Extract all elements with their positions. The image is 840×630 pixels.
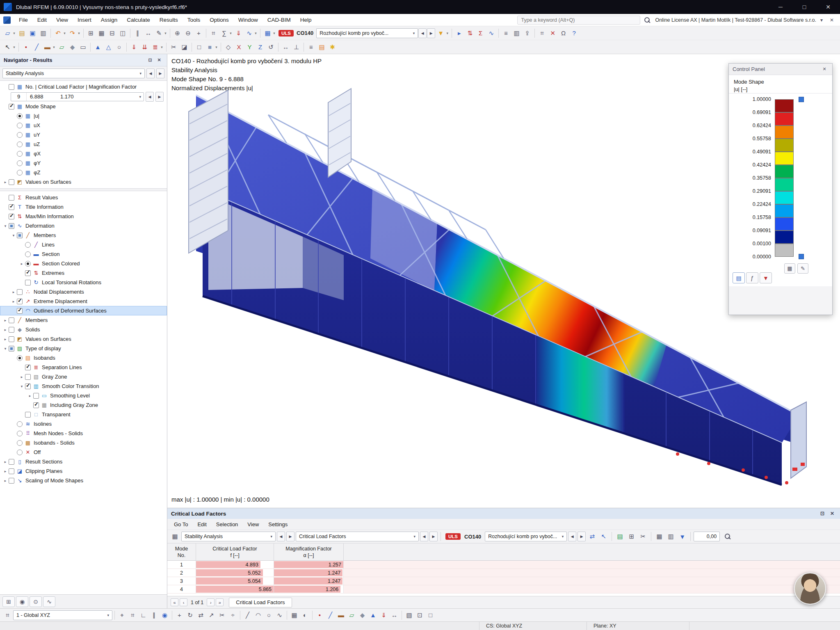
load-cases-dropdown-caret[interactable]: ▾ — [272, 28, 276, 39]
tree-item-checkbox[interactable] — [17, 113, 23, 119]
expand-arrow-icon[interactable]: ▾ — [2, 347, 8, 351]
next-result-table-button[interactable]: ▶ — [429, 532, 438, 541]
cell-mode-number[interactable]: 3 — [167, 577, 196, 585]
previous-analysis-button[interactable]: ◀ — [146, 68, 155, 78]
grid-icon[interactable]: ⌗ — [128, 610, 138, 621]
float-panel-icon[interactable]: ⊡ — [146, 56, 154, 64]
cell-mode-number[interactable]: 1 — [167, 561, 196, 568]
table-row[interactable]: 3 5.054 1.247 — [167, 577, 840, 585]
tree-item-checkbox[interactable] — [9, 468, 14, 474]
column-header-critical-load-factor[interactable]: Critical Load Factor f [--] — [196, 543, 274, 560]
table-search-icon[interactable] — [724, 533, 731, 540]
tree-item[interactable]: ▸ ▯ Result Sections — [0, 457, 167, 466]
table-menu-item[interactable]: View — [243, 520, 263, 529]
next-table-button[interactable]: ▶ — [286, 532, 294, 541]
search-icon[interactable] — [644, 17, 651, 23]
tree-item[interactable]: ▬ Section — [0, 249, 167, 259]
tree-item-checkbox[interactable] — [17, 440, 23, 446]
cell-critical-load-factor[interactable]: 5.054 — [196, 577, 274, 585]
table-menu-item[interactable]: Go To — [169, 520, 192, 529]
table-settings-icon[interactable]: ▦ — [170, 531, 180, 542]
tree-item[interactable]: ⇅ Extremes — [0, 268, 167, 278]
save-color-scale-icon[interactable]: ▦ — [784, 263, 795, 274]
tree-item-checkbox[interactable] — [17, 308, 23, 314]
previous-combination-button[interactable]: ◀ — [568, 532, 576, 541]
tree-item[interactable]: ↻ Local Torsional Rotations — [0, 278, 167, 287]
expand-arrow-icon[interactable]: ▸ — [27, 394, 33, 398]
print-icon[interactable]: ▥ — [38, 28, 48, 39]
rotate-icon[interactable]: ↻ — [185, 610, 195, 621]
expand-arrow-icon[interactable]: ▸ — [2, 479, 8, 483]
tree-item[interactable]: ▦ |u| — [0, 111, 167, 121]
tree-item-checkbox[interactable] — [9, 204, 14, 210]
color-legend-icon[interactable]: ▤ — [317, 42, 327, 52]
next-analysis-button[interactable]: ▶ — [156, 68, 164, 78]
previous-mode-button[interactable]: ◀ — [146, 92, 154, 102]
previous-page-button[interactable]: ‹ — [180, 598, 187, 606]
data-navigator-icon[interactable]: ⊞ — [86, 28, 96, 39]
export-xlsx-icon[interactable]: ▤ — [615, 531, 625, 542]
tree-splitter[interactable] — [0, 188, 167, 191]
show-supports-icon[interactable]: ▲ — [368, 610, 378, 621]
tree-item-checkbox[interactable] — [17, 160, 23, 166]
select-dropdown-caret[interactable]: ▾ — [12, 42, 16, 52]
column-header-magnification-factor[interactable]: Magnification Factor α [--] — [274, 543, 344, 560]
close-ribbon-icon[interactable]: ✕ — [827, 16, 837, 25]
tree-item[interactable]: ▸ ▬ Section Colored — [0, 259, 167, 268]
load-combination-combo[interactable]: Rozhodující komb pro vyboč... ▾ — [316, 28, 418, 38]
tree-item-checkbox[interactable] — [17, 450, 23, 455]
column-header-mode[interactable]: Mode No. — [167, 543, 196, 560]
draw-line-icon[interactable]: ╱ — [242, 610, 253, 621]
line-support-icon[interactable]: △ — [103, 42, 114, 52]
tree-item-checkbox[interactable] — [9, 317, 14, 323]
nav-tab-views-icon[interactable]: ⊙ — [30, 596, 42, 607]
next-page-button[interactable]: › — [207, 598, 215, 606]
tree-item[interactable]: ▦ No. | Critical Load Factor | Magnifica… — [0, 82, 167, 91]
expand-arrow-icon[interactable]: ▸ — [19, 375, 25, 379]
menu-item[interactable]: CAD-BIM — [263, 15, 295, 25]
tree-item-checkbox[interactable] — [9, 336, 14, 342]
menu-item[interactable]: File — [14, 15, 32, 25]
member-hinge-icon[interactable]: ○ — [114, 42, 124, 52]
dimension-icon[interactable]: ↔ — [143, 28, 153, 39]
tree-item[interactable]: T Title Information — [0, 202, 167, 212]
nav-tab-data-icon[interactable]: ⊞ — [2, 596, 15, 607]
expand-arrow-icon[interactable]: ▾ — [2, 224, 8, 228]
show-dimensions-icon[interactable]: ↔ — [389, 610, 399, 621]
zoom-out-icon[interactable]: ⊖ — [183, 28, 193, 39]
tree-item-checkbox[interactable] — [25, 383, 31, 389]
previous-view-icon[interactable]: ↺ — [266, 42, 276, 52]
solid-mode-icon[interactable]: ■ — [205, 42, 215, 52]
tree-item[interactable]: ▸ ◩ Values on Surfaces — [0, 177, 167, 187]
print-table-icon[interactable]: ▥ — [666, 531, 676, 542]
menu-item[interactable]: Help — [296, 15, 316, 25]
table-view-icon[interactable]: ▦ — [654, 531, 664, 542]
tree-item[interactable]: ✕ Off — [0, 447, 167, 457]
tree-item-checkbox[interactable] — [25, 261, 31, 267]
loads-icon[interactable]: ⇓ — [233, 28, 244, 39]
cell-mode-number[interactable]: 2 — [167, 569, 196, 577]
view-isometric-icon[interactable]: ◇ — [223, 42, 233, 52]
result-values-icon[interactable]: Σ — [475, 28, 486, 39]
table-menu-item[interactable]: Settings — [264, 520, 292, 529]
previous-load-case-button[interactable]: ◀ — [418, 28, 427, 38]
show-lines-icon[interactable]: ╱ — [325, 610, 336, 621]
decimal-places-display[interactable]: 0,00 — [694, 532, 720, 541]
previous-table-button[interactable]: ◀ — [277, 532, 285, 541]
result-filter-icon[interactable]: ▼ — [436, 28, 446, 39]
load-cases-list-icon[interactable]: ▦ — [262, 28, 273, 39]
object-snap-icon[interactable]: ◉ — [160, 610, 170, 621]
fullscreen-icon[interactable]: □ — [425, 610, 436, 621]
tree-item[interactable]: ▩ Isobands - Solids — [0, 438, 167, 447]
tree-item-checkbox[interactable] — [17, 132, 23, 138]
visibility-dropdown-caret[interactable]: ▾ — [163, 28, 168, 39]
surface-load-icon[interactable]: ≣ — [150, 42, 160, 52]
printout-report-icon[interactable]: ≡ — [501, 28, 511, 39]
help-icon[interactable]: ? — [569, 28, 579, 39]
expand-arrow-icon[interactable]: ▸ — [19, 262, 25, 266]
trim-icon[interactable]: ✂ — [217, 610, 227, 621]
tree-item-checkbox[interactable] — [33, 402, 39, 408]
float-panel-icon[interactable]: ⊡ — [818, 509, 826, 518]
next-combination-button[interactable]: ▶ — [578, 532, 586, 541]
view-x-icon[interactable]: X — [234, 42, 244, 52]
